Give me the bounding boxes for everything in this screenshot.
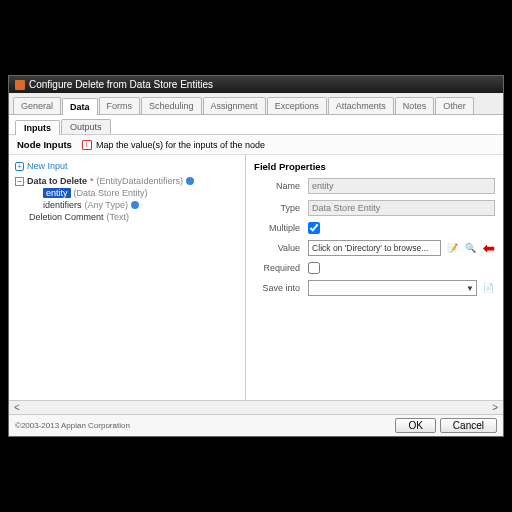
- field-properties-heading: Field Properties: [254, 161, 495, 172]
- window-title: Configure Delete from Data Store Entitie…: [29, 79, 213, 90]
- tree-node-identifiers[interactable]: identifiers (Any Type): [15, 199, 241, 211]
- tree-node-deletion-comment[interactable]: Deletion Comment (Text): [15, 211, 241, 223]
- tree-label-selected: entity: [43, 188, 71, 198]
- chevron-down-icon: ▼: [466, 284, 474, 293]
- dialog-footer: ©2003-2013 Appian Corporation OK Cancel: [9, 414, 503, 436]
- tab-general[interactable]: General: [13, 97, 61, 114]
- titlebar: Configure Delete from Data Store Entitie…: [9, 76, 503, 93]
- name-input: [308, 178, 495, 194]
- info-icon: i: [82, 140, 92, 150]
- tree-type: (Data Store Entity): [74, 188, 148, 198]
- label-name: Name: [254, 181, 304, 191]
- type-input: [308, 200, 495, 216]
- multiple-checkbox[interactable]: [308, 222, 320, 234]
- inputs-tree-panel: + New Input − Data to Delete* (EntityDat…: [9, 155, 246, 400]
- tree-node-data-to-delete[interactable]: − Data to Delete* (EntityDataIdentifiers…: [15, 175, 241, 187]
- top-tab-strip: General Data Forms Scheduling Assignment…: [9, 93, 503, 115]
- row-name: Name: [254, 178, 495, 194]
- tab-exceptions[interactable]: Exceptions: [267, 97, 327, 114]
- copyright-text: ©2003-2013 Appian Corporation: [15, 421, 391, 430]
- label-multiple: Multiple: [254, 223, 304, 233]
- dialog-body: + New Input − Data to Delete* (EntityDat…: [9, 155, 503, 400]
- tree-type: (Text): [107, 212, 130, 222]
- param-icon: [186, 177, 194, 185]
- tab-assignment[interactable]: Assignment: [203, 97, 266, 114]
- param-icon: [131, 201, 139, 209]
- label-type: Type: [254, 203, 304, 213]
- label-required: Required: [254, 263, 304, 273]
- tree-node-entity[interactable]: entity (Data Store Entity): [15, 187, 241, 199]
- new-pv-icon[interactable]: 📄: [481, 281, 495, 295]
- row-type: Type: [254, 200, 495, 216]
- expression-editor-icon[interactable]: 📝: [445, 241, 459, 255]
- scroll-left-icon[interactable]: <: [11, 402, 23, 413]
- dialog-window: Configure Delete from Data Store Entitie…: [8, 75, 504, 437]
- new-input-label: New Input: [27, 161, 68, 171]
- tree-label: Data to Delete: [27, 176, 87, 186]
- tab-other[interactable]: Other: [435, 97, 474, 114]
- field-properties-panel: Field Properties Name Type Multiple Valu…: [246, 155, 503, 400]
- row-value: Value Click on 'Directory' to browse... …: [254, 240, 495, 256]
- tab-notes[interactable]: Notes: [395, 97, 435, 114]
- required-star: *: [90, 176, 94, 186]
- sub-tab-strip: Inputs Outputs: [9, 115, 503, 135]
- tab-forms[interactable]: Forms: [99, 97, 141, 114]
- horizontal-scrollbar[interactable]: < >: [9, 400, 503, 414]
- node-inputs-heading: Node Inputs: [17, 139, 72, 150]
- collapse-icon[interactable]: −: [15, 177, 24, 186]
- ok-button[interactable]: OK: [395, 418, 435, 433]
- row-saveinto: Save into ▼ 📄: [254, 280, 495, 296]
- value-input[interactable]: Click on 'Directory' to browse...: [308, 240, 441, 256]
- subtab-outputs[interactable]: Outputs: [61, 119, 111, 134]
- scroll-right-icon[interactable]: >: [489, 402, 501, 413]
- label-saveinto: Save into: [254, 283, 304, 293]
- tree-label: Deletion Comment: [29, 212, 104, 222]
- saveinto-dropdown[interactable]: ▼: [308, 280, 477, 296]
- tree-type: (Any Type): [85, 200, 128, 210]
- plus-icon: +: [15, 162, 24, 171]
- subtab-inputs[interactable]: Inputs: [15, 120, 60, 135]
- app-icon: [15, 80, 25, 90]
- node-inputs-bar: Node Inputs i Map the value(s) for the i…: [9, 135, 503, 155]
- inputs-tree: − Data to Delete* (EntityDataIdentifiers…: [13, 175, 241, 223]
- tab-attachments[interactable]: Attachments: [328, 97, 394, 114]
- required-checkbox[interactable]: [308, 262, 320, 274]
- tree-label: identifiers: [43, 200, 82, 210]
- row-multiple: Multiple: [254, 222, 495, 234]
- cancel-button[interactable]: Cancel: [440, 418, 497, 433]
- new-input-link[interactable]: + New Input: [13, 159, 241, 175]
- tab-scheduling[interactable]: Scheduling: [141, 97, 202, 114]
- directory-browse-icon[interactable]: 🔍: [463, 241, 477, 255]
- row-required: Required: [254, 262, 495, 274]
- node-inputs-hint: Map the value(s) for the inputs of the n…: [96, 140, 265, 150]
- label-value: Value: [254, 243, 304, 253]
- tab-data[interactable]: Data: [62, 98, 98, 115]
- tree-type: (EntityDataIdentifiers): [97, 176, 184, 186]
- annotation-arrow-icon: ⬅: [483, 240, 495, 256]
